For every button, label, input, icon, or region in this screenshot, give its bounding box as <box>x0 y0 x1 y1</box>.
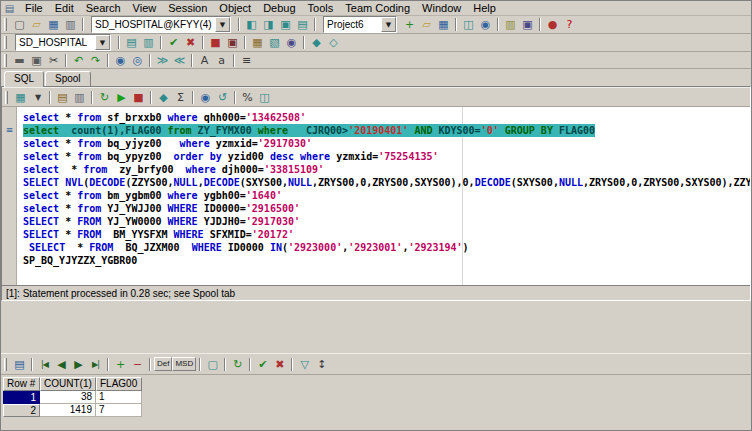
sort-lines-icon[interactable]: ≡ <box>238 53 255 68</box>
chevron-down-icon[interactable]: ▼ <box>95 35 110 50</box>
new-test-window-icon[interactable]: ◨ <box>260 17 277 32</box>
sql-text-area[interactable]: select * from sf_brxxb0 where qhh000='13… <box>23 111 750 285</box>
grid-options-icon[interactable]: ▼ <box>29 90 46 105</box>
export-results-icon[interactable]: ▤ <box>54 90 71 105</box>
menu-tools[interactable]: Tools <box>302 1 340 16</box>
split-window-icon[interactable]: ◫ <box>256 90 273 105</box>
help-icon[interactable]: ? <box>561 17 578 32</box>
find-objects-icon[interactable]: ◉ <box>477 17 494 32</box>
menu-file[interactable]: File <box>19 1 49 16</box>
sql-line-1[interactable]: select * from sf_brxxb0 where qhh000='13… <box>23 111 306 124</box>
break-icon[interactable]: ■ <box>207 35 224 50</box>
statistics-icon[interactable]: Σ <box>172 90 189 105</box>
sql-line-7[interactable]: select * from bm_ygbm00 where ygbh00='16… <box>23 189 282 202</box>
users-icon[interactable]: ◉ <box>283 35 300 50</box>
refresh-grid-icon[interactable]: ↻ <box>229 357 246 372</box>
sql-line-5[interactable]: select * from zy_brfy00 where djh000='33… <box>23 163 324 176</box>
execute-icon[interactable]: ▶ <box>113 90 130 105</box>
sql-line-9[interactable]: SELECT * FROM YJ_YW0000 WHERE YJDJH0='29… <box>23 215 300 228</box>
delete-record-icon[interactable]: − <box>129 357 146 372</box>
menu-search[interactable]: Search <box>80 1 127 16</box>
find-icon[interactable]: ◉ <box>112 53 129 68</box>
toolbar-gripper[interactable] <box>4 358 7 371</box>
export-grid-icon[interactable]: ▤ <box>11 357 28 372</box>
indent-icon[interactable]: ≫ <box>154 53 171 68</box>
uppercase-icon[interactable]: A <box>196 53 213 68</box>
project-open-icon[interactable]: ▱ <box>418 17 435 32</box>
rollback-icon[interactable]: ✖ <box>182 35 199 50</box>
post-changes-icon[interactable]: ✔ <box>254 357 271 372</box>
menu-team-coding[interactable]: Team Coding <box>339 1 416 16</box>
sql-line-11[interactable]: SELECT * FROM BQ_JZXM00 WHERE ID0000 IN(… <box>23 241 469 254</box>
first-record-icon[interactable]: |◀ <box>36 357 53 372</box>
tab-sql[interactable]: SQL <box>4 71 44 87</box>
menu-view[interactable]: View <box>127 1 163 16</box>
find-icon[interactable]: ◉ <box>197 90 214 105</box>
grid-header-count-1-[interactable]: COUNT(1) <box>40 377 96 391</box>
print-icon[interactable]: ▥ <box>62 17 79 32</box>
connection-combo[interactable]: SD_HOSPITAL@KFYY(4) ▼ <box>91 16 231 33</box>
def-button[interactable]: Def <box>154 357 172 371</box>
menu-edit[interactable]: Edit <box>49 1 80 16</box>
project-save-icon[interactable]: ▦ <box>435 17 452 32</box>
sql-line-4[interactable]: select * from bq_ypyz00 order by yzid00 … <box>23 150 439 163</box>
query-data-icon[interactable]: ▥ <box>140 35 157 50</box>
paste-icon[interactable]: ▬ <box>11 53 28 68</box>
todo-list-icon[interactable]: ▥ <box>502 17 519 32</box>
sql-line-3[interactable]: select * from bq_yjyz00 where yzmxid='29… <box>23 137 312 150</box>
sql-line-6[interactable]: SELECT NVL(DECODE(ZZYS00,NULL,DECODE(SXY… <box>23 176 750 189</box>
sql-line-12[interactable]: SP_BQ_YJYZZX_YGBR00 <box>23 254 137 267</box>
project-add-icon[interactable]: + <box>401 17 418 32</box>
auto-replace-icon[interactable]: ↺ <box>214 90 231 105</box>
tables-icon[interactable]: ▦ <box>249 35 266 50</box>
sql-line-10[interactable]: SELECT * FROM BM_YYSFXM WHERE SFXMID='20… <box>23 228 294 241</box>
tab-spool[interactable]: Spool <box>45 71 91 86</box>
unindent-icon[interactable]: ≪ <box>171 53 188 68</box>
open-icon[interactable]: ▱ <box>28 17 45 32</box>
copy-icon[interactable]: ▣ <box>28 53 45 68</box>
sql-line-8[interactable]: select * from YJ_YWJJ00 WHERE ID0000='29… <box>23 202 300 215</box>
row-number-cell[interactable]: 2 <box>3 404 40 417</box>
object-browser-icon[interactable]: ◫ <box>460 17 477 32</box>
chevron-down-icon[interactable]: ▼ <box>215 17 230 32</box>
new-icon[interactable]: ▢ <box>11 17 28 32</box>
insert-record-icon[interactable]: + <box>112 357 129 372</box>
cut-icon[interactable]: ✂ <box>45 53 62 68</box>
grid-cell[interactable]: 1419 <box>40 404 96 417</box>
refresh-icon[interactable]: ↻ <box>96 90 113 105</box>
new-sql-window-icon[interactable]: ◧ <box>243 17 260 32</box>
redo-icon[interactable]: ↷ <box>87 53 104 68</box>
compile-icon[interactable]: ◆ <box>308 35 325 50</box>
filter-icon[interactable]: ▽ <box>296 357 313 372</box>
percent-rows-icon[interactable]: % <box>239 90 256 105</box>
msd-button[interactable]: MSD <box>172 357 196 371</box>
grid-cell[interactable]: 38 <box>40 391 96 404</box>
results-grid-icon[interactable]: ▦ <box>12 90 29 105</box>
next-record-icon[interactable]: ▶ <box>70 357 87 372</box>
kill-session-icon[interactable]: ▣ <box>224 35 241 50</box>
save-icon[interactable]: ▦ <box>45 17 62 32</box>
sort-icon[interactable]: ↕ <box>313 357 330 372</box>
print-results-icon[interactable]: ▥ <box>71 90 88 105</box>
menu-help[interactable]: Help <box>467 1 502 16</box>
toolbar-gripper[interactable] <box>4 54 7 67</box>
menu-object[interactable]: Object <box>213 1 257 16</box>
window-list-icon[interactable]: ▣ <box>519 17 536 32</box>
macro-record-icon[interactable]: ● <box>544 17 561 32</box>
sql-line-2[interactable]: select count(1),FLAG00 from ZY_FYMX00 wh… <box>23 124 595 137</box>
toolbar-gripper[interactable] <box>4 36 7 49</box>
menu-window[interactable]: Window <box>416 1 467 16</box>
menu-session[interactable]: Session <box>162 1 213 16</box>
cancel-changes-icon[interactable]: ✖ <box>271 357 288 372</box>
new-command-window-icon[interactable]: ▣ <box>277 17 294 32</box>
menu-debug[interactable]: Debug <box>257 1 301 16</box>
window-tab-combo[interactable]: SD_HOSPITAL ▼ <box>15 34 111 51</box>
single-record-view-icon[interactable]: ▢ <box>204 357 221 372</box>
explain-plan-icon[interactable]: ◇ <box>325 35 342 50</box>
undo-icon[interactable]: ↶ <box>70 53 87 68</box>
row-number-cell[interactable]: 1 <box>3 391 40 404</box>
grid-cell[interactable]: 1 <box>96 391 142 404</box>
describe-icon[interactable]: ◆ <box>155 90 172 105</box>
lowercase-icon[interactable]: a <box>213 53 230 68</box>
break-icon[interactable]: ■ <box>130 90 147 105</box>
